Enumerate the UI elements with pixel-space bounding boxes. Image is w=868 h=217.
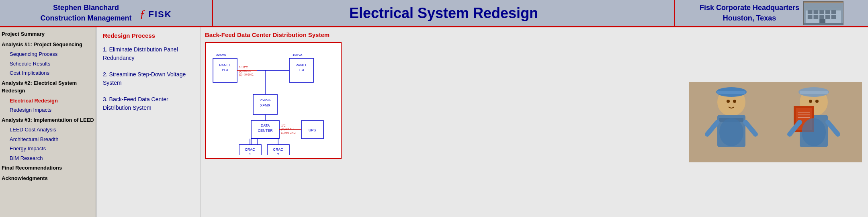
svg-rect-5: [819, 10, 824, 14]
sidebar-item-energy-impacts[interactable]: Energy Impacts: [0, 144, 96, 154]
diagram-box: PANEL H-3 22KVA PANEL L-3 10KVA 1-1/2"C …: [205, 42, 342, 159]
svg-text:(2)=#6 CU: (2)=#6 CU: [239, 70, 251, 73]
svg-point-73: [733, 100, 736, 103]
svg-rect-13: [819, 19, 825, 23]
worker-illustration: [689, 82, 862, 162]
sidebar-item-bim-research[interactable]: BIM Research: [0, 154, 96, 163]
sidebar-item-project-summary[interactable]: Project Summary: [0, 29, 96, 39]
main-content: Project Summary Analysis #1: Project Seq…: [0, 27, 868, 217]
svg-rect-4: [814, 10, 819, 14]
sidebar-item-analysis-2[interactable]: Analysis #2: Electrical System Redesign: [0, 78, 96, 96]
svg-text:(2)=#2 CU: (2)=#2 CU: [281, 128, 293, 131]
svg-rect-7: [831, 10, 836, 14]
svg-point-72: [727, 100, 730, 103]
svg-point-77: [802, 118, 826, 146]
svg-point-75: [815, 100, 819, 103]
svg-text:CENTER: CENTER: [258, 129, 273, 133]
svg-rect-15: [804, 1, 843, 2]
redesign-title: Redesign Process: [103, 32, 194, 39]
svg-text:10KVA: 10KVA: [293, 53, 303, 57]
svg-text:UPS: UPS: [309, 128, 316, 132]
company-location: Fisk Corporate Headquarters Houston, Tex…: [700, 3, 799, 23]
sidebar: Project Summary Analysis #1: Project Seq…: [0, 27, 96, 217]
circuit-diagram: PANEL H-3 22KVA PANEL L-3 10KVA 1-1/2"C …: [209, 46, 338, 155]
page-title: Electrical System Redesign: [349, 5, 538, 22]
svg-point-76: [719, 118, 743, 146]
redesign-step-3: 3. Back-Feed Data Center Distribution Sy…: [103, 95, 194, 112]
svg-rect-9: [814, 15, 819, 19]
sidebar-item-leed-cost[interactable]: LEED Cost Analysis: [0, 125, 96, 135]
company-name: Stephen Blanchard Construction Managemen…: [40, 3, 131, 23]
svg-rect-3: [808, 10, 813, 14]
diagram-title: Back-Feed Data Center Distribution Syste…: [205, 31, 330, 38]
svg-rect-2: [806, 7, 841, 10]
svg-text:H-3: H-3: [222, 68, 228, 72]
header-center: Electrical System Redesign: [213, 0, 675, 26]
header: Stephen Blanchard Construction Managemen…: [0, 0, 868, 27]
sidebar-item-sequencing-process[interactable]: Sequencing Process: [0, 49, 96, 59]
svg-rect-6: [825, 10, 830, 14]
svg-rect-14: [804, 23, 843, 25]
svg-text:1-1/2"C: 1-1/2"C: [239, 66, 248, 69]
header-left: Stephen Blanchard Construction Managemen…: [0, 0, 213, 26]
svg-text:PANEL: PANEL: [296, 63, 307, 67]
fisk-logo: ƒ FISK: [139, 6, 172, 20]
svg-text:(1)=#6 GND.: (1)=#6 GND.: [239, 73, 254, 76]
sidebar-item-acknowledgments[interactable]: Acknowledgments: [0, 173, 96, 184]
redesign-process-panel: Redesign Process 1. Eliminate Distributi…: [96, 27, 201, 217]
sidebar-item-arch-breadth[interactable]: Architectural Breadth: [0, 135, 96, 144]
svg-text:(1)=#6 GND.: (1)=#6 GND.: [281, 131, 296, 135]
sidebar-item-redesign-impacts[interactable]: Redesign Impacts: [0, 105, 96, 115]
svg-rect-8: [808, 15, 813, 19]
svg-text:25KVA: 25KVA: [260, 98, 270, 102]
svg-text:1"C: 1"C: [281, 124, 286, 127]
sidebar-item-analysis-3[interactable]: Analysis #3: Implementation of LEED: [0, 115, 96, 125]
svg-text:DATA: DATA: [261, 123, 270, 127]
svg-text:CRAC: CRAC: [245, 147, 255, 151]
svg-text:PANEL: PANEL: [219, 63, 231, 67]
svg-rect-10: [819, 15, 824, 19]
diagram-panel: Back-Feed Data Center Distribution Syste…: [201, 27, 683, 217]
svg-rect-11: [825, 15, 830, 19]
sidebar-item-final-rec[interactable]: Final Recommendations: [0, 163, 96, 173]
workers-svg: [689, 82, 862, 162]
header-right: Fisk Corporate Headquarters Houston, Tex…: [675, 0, 868, 26]
sidebar-item-schedule-results[interactable]: Schedule Results: [0, 59, 96, 69]
svg-text:XFMR: XFMR: [260, 103, 270, 107]
svg-text:2: 2: [277, 152, 279, 155]
svg-point-74: [809, 100, 812, 103]
building-image: [803, 1, 843, 25]
svg-text:1: 1: [249, 152, 251, 155]
sidebar-item-analysis-1[interactable]: Analysis #1: Project Sequencing: [0, 39, 96, 50]
image-panel: [683, 27, 868, 217]
svg-rect-12: [831, 15, 836, 19]
sidebar-item-electrical-redesign[interactable]: Electrical Redesign: [0, 96, 96, 106]
svg-text:L-3: L-3: [299, 68, 304, 72]
svg-text:CRAC: CRAC: [273, 147, 283, 151]
redesign-step-2: 2. Streamline Step-Down Voltage System: [103, 70, 194, 87]
sidebar-item-cost-implications[interactable]: Cost Implications: [0, 68, 96, 78]
redesign-step-1: 1. Eliminate Distribution Panel Redundan…: [103, 45, 194, 62]
content-area: Redesign Process 1. Eliminate Distributi…: [96, 27, 868, 217]
svg-text:22KVA: 22KVA: [216, 53, 226, 57]
